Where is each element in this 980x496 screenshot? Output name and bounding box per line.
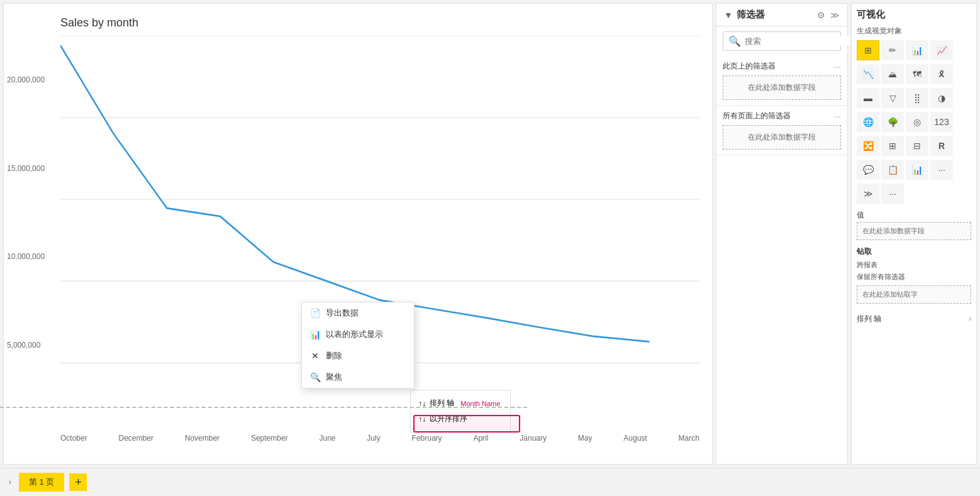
all-pages-filters: 所有页面上的筛选器 ··· 在此处添加数据字段 xyxy=(716,106,847,155)
viz-icons-row-1: ⊞ ✏ 📊 📈 xyxy=(857,40,971,60)
viz-icons-row-3: ▬ ▽ ⣿ ◑ xyxy=(857,88,971,108)
this-page-dots[interactable]: ··· xyxy=(833,62,841,72)
sort-asc-icon: ↑↓ xyxy=(418,415,426,424)
viz-icon-col-chart[interactable]: 📈 xyxy=(930,40,953,60)
delete-icon: ✕ xyxy=(309,351,321,361)
viz-icon-dots[interactable]: ⣿ xyxy=(906,88,928,108)
add-data-this-page[interactable]: 在此处添加数据字段 xyxy=(723,75,841,100)
x-label-aug: August xyxy=(623,434,647,443)
viz-icon-pie[interactable]: ◑ xyxy=(930,88,953,108)
sort-ascending-item[interactable]: ↑↓ 以升序排序 xyxy=(418,411,503,427)
viz-icon-ribbon[interactable]: 🎗 xyxy=(930,64,953,84)
viz-icon-arrows[interactable]: ≫ xyxy=(857,184,879,204)
table-icon: 📊 xyxy=(309,329,321,339)
cross-report-item: 跨报表 xyxy=(857,259,971,271)
viz-icon-map2[interactable]: 🗺 xyxy=(906,64,928,84)
viz-panel: 可视化 生成视觉对象 ⊞ ✏ 📊 📈 📉 ⛰ 🗺 🎗 ▬ ▽ ⣿ ◑ xyxy=(851,3,977,465)
table-label: 以表的形式显示 xyxy=(326,329,383,340)
viz-field-label: 值 xyxy=(857,210,971,221)
x-axis-labels: October December November September June… xyxy=(60,434,699,443)
expand-icon[interactable]: ≫ xyxy=(830,10,840,20)
delete-label: 删除 xyxy=(326,350,342,361)
axis-row: 排列 轴 › xyxy=(857,311,971,326)
context-menu-focus[interactable]: 🔍 聚焦 xyxy=(302,366,414,388)
drill-add-field[interactable]: 在此处添加钻取字 xyxy=(857,285,971,304)
add-data-all-pages[interactable]: 在此处添加数据字段 xyxy=(723,125,841,150)
filter-title: 筛选器 xyxy=(737,9,765,21)
viz-icon-edit[interactable]: ✏ xyxy=(881,40,904,60)
viz-icon-mountain[interactable]: ⛰ xyxy=(881,64,904,84)
viz-icon-more2[interactable]: ··· xyxy=(881,184,904,204)
y-label-20m: 20,000,000 xyxy=(7,75,45,84)
viz-icon-123[interactable]: 123 xyxy=(930,112,953,132)
x-label-apr: April xyxy=(473,434,488,443)
x-label-dec: December xyxy=(119,434,153,443)
focus-icon: 🔍 xyxy=(309,372,321,382)
viz-icons-row-4: 🌐 🌳 ◎ 123 xyxy=(857,112,971,132)
filter-panel: ▼ 筛选器 ⚙ ≫ 🔍 此页上的筛选器 ··· 在此处添加数据字段 xyxy=(716,3,848,465)
viz-title: 可视化 xyxy=(857,9,971,21)
x-label-sep: September xyxy=(251,434,288,443)
viz-icons-row-2: 📉 ⛰ 🗺 🎗 xyxy=(857,64,971,84)
viz-subtitle: 生成视觉对象 xyxy=(857,26,971,36)
viz-icon-table-active[interactable]: ⊞ xyxy=(857,40,879,60)
filter-header: ▼ 筛选器 ⚙ ≫ xyxy=(716,4,847,26)
viz-icon-hbar[interactable]: ▬ xyxy=(857,88,879,108)
viz-icon-bar[interactable]: 📊 xyxy=(906,40,928,60)
viz-icon-decomp[interactable]: 🔀 xyxy=(857,136,879,156)
search-box[interactable]: 🔍 xyxy=(723,31,841,51)
y-label-10m: 10,000,000 xyxy=(7,252,45,261)
context-menu-table[interactable]: 📊 以表的形式显示 xyxy=(302,324,414,345)
context-menu: 📄 导出数据 📊 以表的形式显示 ✕ 删除 🔍 聚焦 xyxy=(301,302,415,389)
y-axis-labels: 5,000,000 10,000,000 15,000,000 20,000,0… xyxy=(7,36,45,389)
x-label-oct: October xyxy=(60,434,87,443)
focus-label: 聚焦 xyxy=(326,372,342,383)
viz-icon-globe[interactable]: 🌐 xyxy=(857,112,879,132)
all-pages-dots[interactable]: ··· xyxy=(833,111,841,121)
main-area: Sales by month 5,000,000 10,000,000 15,0… xyxy=(0,0,980,468)
x-label-may: May xyxy=(578,434,593,443)
viz-icon-R[interactable]: R xyxy=(930,136,953,156)
viz-icon-circle[interactable]: ◎ xyxy=(906,112,928,132)
viz-icons-row-6: 💬 📋 📊 ··· xyxy=(857,160,971,180)
this-page-filter-title: 此页上的筛选器 xyxy=(723,61,776,72)
viz-icon-copy[interactable]: 📋 xyxy=(881,160,904,180)
viz-icon-area[interactable]: 📉 xyxy=(857,64,879,84)
add-page-button[interactable]: + xyxy=(69,473,87,491)
viz-icons-row-7: ≫ ··· xyxy=(857,184,971,204)
context-menu-delete[interactable]: ✕ 删除 xyxy=(302,345,414,366)
viz-icon-tree[interactable]: 🌳 xyxy=(881,112,904,132)
x-label-jan: January xyxy=(520,434,547,443)
page-1-tab[interactable]: 第 1 页 xyxy=(19,473,64,492)
nav-left-arrow[interactable]: › xyxy=(6,475,14,489)
keep-filters-item: 保留所有筛选器 xyxy=(857,271,971,283)
y-label-5m: 5,000,000 xyxy=(7,341,45,350)
viz-icon-qa[interactable]: 💬 xyxy=(857,160,879,180)
viz-icon-grid2[interactable]: ⊞ xyxy=(881,136,904,156)
viz-add-field[interactable]: 在此处添加数据字段 xyxy=(857,222,971,240)
axis-expand-icon[interactable]: › xyxy=(969,314,971,323)
viz-icon-filter[interactable]: ▽ xyxy=(881,88,904,108)
bottom-bar: › 第 1 页 + xyxy=(0,468,980,496)
search-input[interactable] xyxy=(745,36,850,46)
chart-title: Sales by month xyxy=(60,16,699,30)
viz-icon-more[interactable]: ··· xyxy=(930,160,953,180)
drillthrough-section: 钻取 跨报表 保留所有筛选器 在此处添加钻取字 xyxy=(857,246,971,306)
dotted-separator xyxy=(0,407,527,408)
viz-icon-bar2[interactable]: 📊 xyxy=(906,160,928,180)
y-label-15m: 15,000,000 xyxy=(7,164,45,173)
sort-axis-value: Month Name xyxy=(460,400,500,407)
sort-asc-label: 以升序排序 xyxy=(430,414,467,424)
all-pages-filter-title: 所有页面上的筛选器 xyxy=(723,111,791,121)
viz-icons-row-5: 🔀 ⊞ ⊟ R xyxy=(857,136,971,156)
settings-icon[interactable]: ⚙ xyxy=(817,10,825,20)
x-label-nov: November xyxy=(185,434,220,443)
this-page-filters: 此页上的筛选器 ··· 在此处添加数据字段 xyxy=(716,56,847,106)
x-label-mar: March xyxy=(679,434,699,443)
context-menu-export[interactable]: 📄 导出数据 xyxy=(302,302,414,324)
viz-icon-matrix[interactable]: ⊟ xyxy=(906,136,928,156)
drillthrough-label: 钻取 xyxy=(857,246,971,257)
x-label-jun: June xyxy=(319,434,335,443)
right-panel: ▼ 筛选器 ⚙ ≫ 🔍 此页上的筛选器 ··· 在此处添加数据字段 xyxy=(716,0,980,468)
sort-axis-item[interactable]: ↑↓ 排列 轴 Month Name xyxy=(418,395,503,411)
